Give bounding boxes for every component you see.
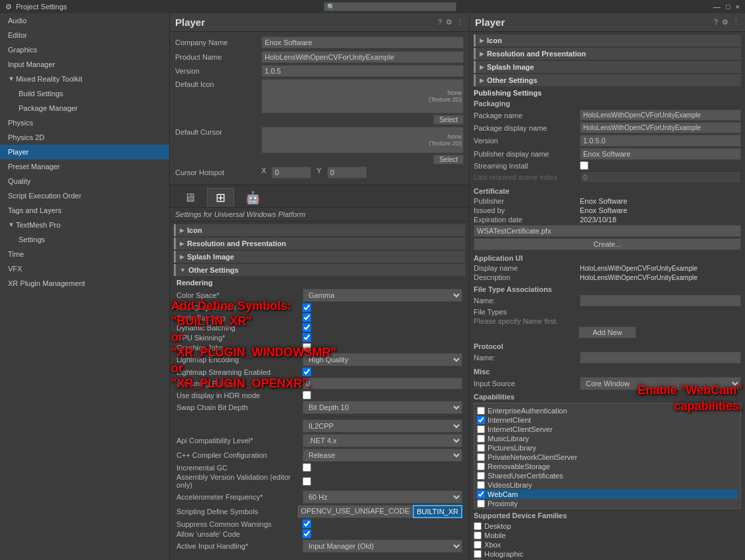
device-holographic[interactable]: Holographic (474, 549, 741, 559)
input-source-dropdown[interactable]: Core Window (580, 377, 741, 390)
section-other-settings[interactable]: ▼ Other Settings (174, 264, 465, 276)
sidebar-item-time[interactable]: Time (0, 247, 169, 261)
capability-private-network[interactable]: PrivateNetworkClientServer (477, 453, 738, 462)
capability-videos-library[interactable]: VideosLibrary (477, 480, 738, 490)
sidebar-item-physics[interactable]: Physics (0, 115, 169, 130)
device-families-title: Supported Device Families (474, 512, 741, 520)
color-space-dropdown[interactable]: GammaLinear (303, 289, 462, 302)
sidebar-item-quality[interactable]: Quality (0, 174, 169, 188)
streaming-install-checkbox[interactable] (580, 161, 588, 170)
sidebar-item-input-manager[interactable]: Input Manager (0, 57, 169, 72)
capability-shared-user-certs[interactable]: SharedUserCertificates (477, 471, 738, 480)
settings-icon[interactable]: ⚙ (446, 18, 452, 27)
scripting-backend-dropdown[interactable]: IL2CPPMono (303, 419, 462, 433)
more-icon[interactable]: ⋮ (456, 18, 464, 27)
accel-freq-dropdown[interactable]: 60 Hz30 Hz (303, 490, 462, 504)
gpu-skinning-checkbox[interactable] (303, 333, 311, 342)
sidebar-item-editor[interactable]: Editor (0, 28, 169, 42)
sidebar-item-physics2d[interactable]: Physics 2D (0, 130, 169, 145)
api-compat-dropdown[interactable]: .NET 4.x.NET 2.0 (303, 434, 462, 447)
lightmap-streaming-checkbox[interactable] (303, 368, 311, 376)
graphics-jobs-checkbox[interactable] (303, 343, 311, 352)
right-scrollable[interactable]: ▶ Icon ▶ Resolution and Presentation ▶ S… (470, 32, 745, 560)
package-display-name-input[interactable] (580, 122, 741, 133)
right-help-icon[interactable]: ? (714, 18, 718, 27)
capability-internet-client[interactable]: InternetClient (477, 415, 738, 425)
sidebar-item-script-execution[interactable]: Script Execution Order (0, 188, 169, 203)
hdr-mode-checkbox[interactable] (303, 391, 311, 399)
allow-unsafe-checkbox[interactable] (303, 529, 311, 538)
sidebar-item-package-manager[interactable]: Package Manager (0, 101, 169, 115)
package-name-input[interactable] (580, 109, 741, 121)
streaming-priority-input[interactable] (303, 378, 462, 389)
assembly-validation-checkbox[interactable] (303, 477, 311, 486)
pkg-version-input[interactable] (580, 135, 741, 147)
create-cert-btn[interactable]: Create... (474, 238, 741, 250)
lightmap-encoding-dropdown[interactable]: High QualityLow Quality (303, 353, 462, 366)
company-name-input[interactable] (261, 36, 464, 48)
swap-chain-dropdown[interactable]: Bit Depth 10 (303, 401, 462, 414)
auto-graphics-checkbox[interactable] (303, 303, 311, 312)
select-icon-btn[interactable]: Select (433, 115, 464, 125)
capability-removable-storage[interactable]: RemovableStorage (477, 462, 738, 471)
capability-music-library[interactable]: MusicLibrary (477, 434, 738, 443)
sidebar-item-graphics[interactable]: Graphics (0, 42, 169, 57)
define-symbols-prefix: OPENCV_USE_UNSAFE_CODE (297, 505, 413, 518)
cert-file-input[interactable] (474, 225, 741, 237)
center-scrollable[interactable]: ▶ Icon ▶ Resolution and Presentation ▶ S… (170, 222, 469, 560)
right-section-resolution[interactable]: ▶ Resolution and Presentation (474, 48, 741, 60)
dynamic-batching-checkbox[interactable] (303, 323, 311, 332)
device-desktop[interactable]: Desktop (474, 522, 741, 531)
last-scene-index-input[interactable] (580, 171, 741, 183)
tab-windows[interactable]: ⊞ (207, 188, 234, 207)
right-settings-icon[interactable]: ⚙ (722, 18, 728, 27)
sidebar-item-audio[interactable]: Audio (0, 13, 169, 28)
sidebar-item-vfx[interactable]: VFX (0, 261, 169, 276)
input-handling-dropdown[interactable]: Input Manager (Old)Input System Package (303, 539, 462, 553)
capability-enterprise-auth[interactable]: EnterpriseAuthentication (477, 406, 738, 415)
add-new-btn[interactable]: Add New (578, 326, 636, 338)
cursor-hotspot-x[interactable] (271, 167, 311, 178)
section-resolution[interactable]: ▶ Resolution and Presentation (174, 238, 465, 249)
right-section-icon[interactable]: ▶ Icon (474, 35, 741, 46)
file-assoc-name-input[interactable] (580, 295, 741, 307)
capability-microphone[interactable]: Microphone (477, 508, 738, 509)
sidebar-item-tm-settings[interactable]: Settings (0, 232, 169, 247)
static-batching-checkbox[interactable] (303, 313, 311, 322)
sidebar-item-player[interactable]: Player (0, 145, 169, 159)
capability-pictures-library[interactable]: PicturesLibrary (477, 443, 738, 453)
right-more-icon[interactable]: ⋮ (732, 18, 740, 27)
help-icon[interactable]: ? (438, 18, 442, 27)
right-section-splash[interactable]: ▶ Splash Image (474, 61, 741, 73)
device-mobile[interactable]: Mobile (474, 531, 741, 540)
cursor-hotspot-y[interactable] (327, 167, 367, 178)
sidebar-item-mrt[interactable]: ▼Mixed Reality Toolkit (0, 72, 169, 86)
close-btn[interactable]: × (736, 3, 740, 11)
select-cursor-btn[interactable]: Select (433, 155, 464, 165)
suppress-warnings-checkbox[interactable] (303, 520, 311, 528)
section-splash[interactable]: ▶ Splash Image (174, 251, 465, 263)
capability-proximity[interactable]: Proximity (477, 499, 738, 508)
sidebar-item-build-settings[interactable]: Build Settings (0, 86, 169, 101)
product-name-input[interactable] (261, 51, 464, 63)
incremental-gc-checkbox[interactable] (303, 463, 311, 472)
maximize-btn[interactable]: □ (726, 3, 730, 11)
tab-android[interactable]: 🤖 (237, 188, 269, 207)
minimize-btn[interactable]: — (713, 3, 720, 11)
sidebar-item-xr[interactable]: XR Plugin Management (0, 276, 169, 291)
section-icon[interactable]: ▶ Icon (174, 224, 465, 236)
cpp-config-dropdown[interactable]: ReleaseDebug (303, 449, 462, 462)
sidebar-item-preset-manager[interactable]: Preset Manager (0, 159, 169, 174)
version-input[interactable] (261, 65, 464, 77)
device-xbox[interactable]: Xbox (474, 540, 741, 549)
sidebar-item-tags-layers[interactable]: Tags and Layers (0, 203, 169, 218)
capabilities-list[interactable]: EnterpriseAuthentication InternetClient … (474, 403, 741, 509)
sidebar-item-textmesh[interactable]: ▼TextMesh Pro (0, 218, 169, 232)
publisher-display-name-input[interactable] (580, 148, 741, 160)
title-bar-icon: ⚙ (5, 3, 12, 11)
right-section-other[interactable]: ▶ Other Settings (474, 74, 741, 86)
protocol-name-input[interactable] (580, 352, 741, 364)
tab-desktop[interactable]: 🖥 (175, 188, 204, 207)
capability-internet-client-server[interactable]: InternetClientServer (477, 425, 738, 434)
capability-webcam[interactable]: WebCam (477, 490, 738, 499)
